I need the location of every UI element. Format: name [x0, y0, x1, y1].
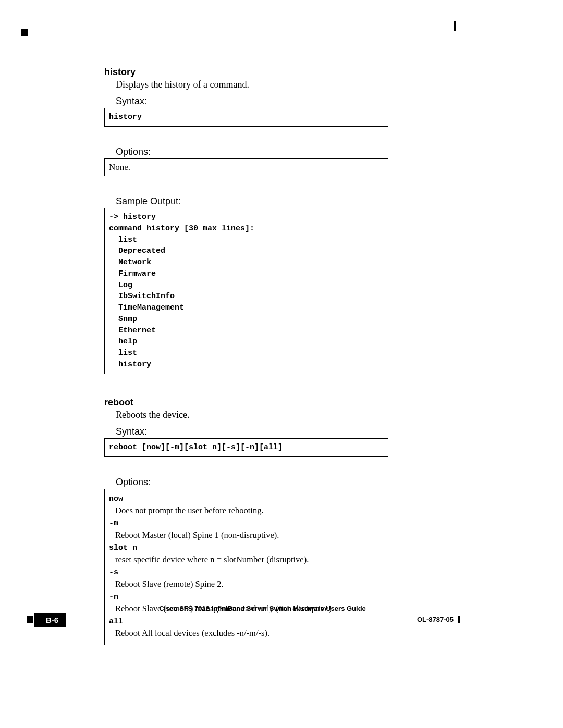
- option-desc: Reboot Master (local) Spine 1 (non-disru…: [115, 530, 384, 540]
- option-name: slot n: [109, 544, 384, 552]
- reboot-heading: reboot: [104, 397, 388, 408]
- history-options-box: None.: [104, 158, 388, 176]
- option-name: -m: [109, 519, 384, 528]
- document-id: OL-8787-05: [417, 615, 454, 623]
- reboot-description: Reboots the device.: [116, 409, 388, 421]
- history-heading: history: [104, 67, 388, 78]
- option-desc: Reboot Slave (remote) Spine 2.: [115, 579, 384, 589]
- option-desc: Does not prompt the user before rebootin…: [115, 505, 384, 516]
- reboot-syntax-box: reboot [now][-m][slot n][-s][-n][all]: [104, 438, 388, 457]
- crop-mark-tick: [454, 21, 456, 31]
- option-item: now Does not prompt the user before rebo…: [109, 495, 384, 516]
- option-desc: reset specific device where n = slotNumb…: [115, 554, 384, 565]
- crop-mark-square: [21, 29, 28, 36]
- history-syntax: history: [109, 113, 142, 121]
- history-sample-box: -> history command history [30 max lines…: [104, 208, 388, 374]
- option-item: -m Reboot Master (local) Spine 1 (non-di…: [109, 519, 384, 540]
- option-item: slot n reset specific device where n = s…: [109, 544, 384, 565]
- page-content: history Displays the history of a comman…: [104, 67, 388, 645]
- option-name: now: [109, 495, 384, 503]
- option-name: -s: [109, 568, 384, 577]
- history-sample-output: -> history command history [30 max lines…: [109, 213, 254, 369]
- options-label: Options:: [116, 477, 388, 488]
- history-description: Displays the history of a command.: [116, 79, 388, 91]
- page-number-badge: B-6: [34, 613, 66, 627]
- history-options: None.: [109, 162, 130, 172]
- syntax-label: Syntax:: [116, 96, 388, 107]
- reboot-options-box: now Does not prompt the user before rebo…: [104, 489, 388, 645]
- option-item: all Reboot All local devices (excludes -…: [109, 617, 384, 638]
- syntax-label: Syntax:: [116, 426, 388, 437]
- sample-output-label: Sample Output:: [116, 196, 388, 207]
- option-desc: Reboot All local devices (excludes -n/-m…: [115, 628, 384, 638]
- option-name: -n: [109, 593, 384, 601]
- history-syntax-box: history: [104, 108, 388, 127]
- options-label: Options:: [116, 146, 388, 157]
- footer-rule: [71, 601, 454, 601]
- option-name: all: [109, 617, 384, 626]
- option-item: -s Reboot Slave (remote) Spine 2.: [109, 568, 384, 589]
- reboot-syntax: reboot [now][-m][slot n][-s][-n][all]: [109, 443, 283, 452]
- footer-title: Cisco SFS 7012 InfiniBand Server Switch …: [71, 604, 454, 612]
